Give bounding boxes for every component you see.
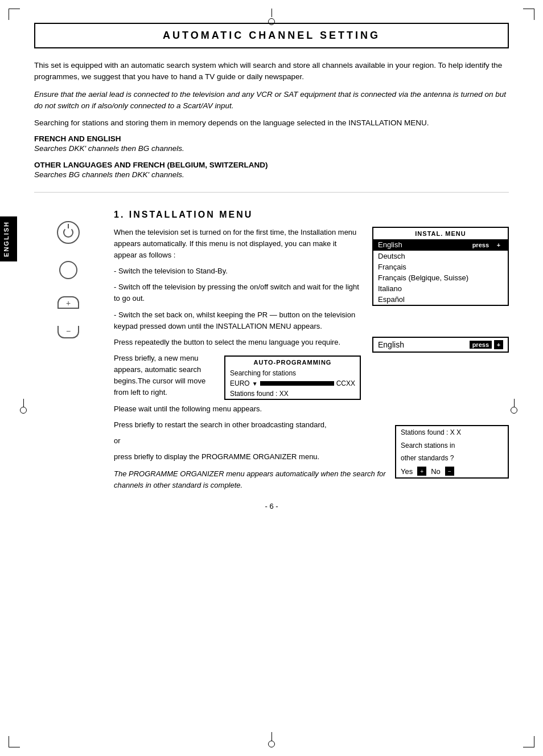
stations-no-label: No	[431, 467, 441, 476]
intro-paragraph3: Searching for stations and storing them …	[34, 117, 509, 129]
section1-title: 1. INSTALLATION MENU	[114, 210, 509, 220]
stations-row1: Stations found : X X	[396, 426, 508, 439]
stations-yes-no-row: Yes + No −	[396, 465, 508, 477]
ok-button-icon	[59, 261, 77, 279]
english-press-box: English press +	[372, 337, 509, 353]
section1-text7: Please wait until the following menu app…	[114, 403, 509, 415]
stations-found-box: Stations found : X X Search stations in …	[395, 425, 509, 479]
instal-menu-row-italiano: Italiano	[373, 283, 508, 294]
instal-menu-row-francais: Français	[373, 261, 508, 272]
top-center-mark	[268, 9, 275, 25]
right-cross-mark	[511, 399, 517, 414]
power-button-icon	[57, 221, 80, 244]
corner-mark-tl	[9, 9, 20, 20]
instal-menu-francais-be-label: Français (Belgique, Suisse)	[378, 273, 468, 282]
english-press-label: English	[378, 340, 404, 349]
ok-button-group	[59, 261, 77, 279]
bottom-center-mark	[268, 732, 275, 747]
page-title: AUTOMATIC CHANNEL SETTING	[47, 30, 496, 42]
corner-mark-tr	[523, 9, 534, 20]
remote-column	[34, 210, 102, 491]
power-button-group	[57, 221, 80, 244]
auto-prog-searching-label: Searching for stations	[230, 369, 296, 377]
section1-text4: - Switch the set back on, whilst keeping…	[114, 309, 509, 332]
instal-menu-english-label: English	[378, 240, 402, 249]
auto-prog-box: AUTO-PROGRAMMING Searching for stations …	[224, 355, 361, 400]
plus-button-group	[57, 296, 79, 309]
instal-menu-espanol-label: Español	[378, 295, 405, 304]
heading-french-english: FRENCH AND ENGLISH	[34, 134, 509, 143]
english-press-action: press	[470, 341, 492, 349]
stations-yes-label: Yes	[401, 467, 413, 476]
intro-paragraph1: This set is equipped with an automatic s…	[34, 60, 509, 83]
page-title-box: AUTOMATIC CHANNEL SETTING	[34, 23, 509, 48]
instal-menu-row-espanol: Español	[373, 294, 508, 305]
instal-menu-row-deutsch: Deutsch	[373, 251, 508, 261]
instal-menu-press-label: press	[470, 241, 492, 249]
english-press-plus: +	[494, 340, 503, 349]
lower-section: 1. INSTALLATION MENU INSTAL. MENU Englis…	[34, 210, 509, 491]
stations-no-btn: −	[445, 467, 454, 476]
intro-paragraph2: Ensure that the aerial lead is connected…	[34, 89, 509, 112]
auto-prog-header: AUTO-PROGRAMMING	[225, 357, 360, 368]
auto-prog-euro-label: EURO	[230, 379, 250, 387]
minus-button-group	[57, 326, 79, 338]
page-number: - 6 -	[34, 502, 509, 510]
minus-button-icon	[57, 326, 79, 338]
stations-row3: other standards ?	[396, 452, 508, 465]
auto-prog-arrow: ▼	[252, 381, 258, 387]
instal-menu-italiano-label: Italiano	[378, 284, 402, 293]
auto-prog-found-label: Stations found : XX	[230, 390, 289, 398]
section-divider	[34, 192, 509, 193]
subtext-other-languages: Searches BG channels then DKK' channels.	[34, 169, 509, 181]
heading-other-languages: OTHER LANGUAGES AND FRENCH (BELGIUM, SWI…	[34, 161, 509, 169]
auto-prog-searching: Searching for stations	[225, 368, 360, 378]
stations-yes-btn: +	[417, 467, 426, 476]
corner-mark-br	[523, 736, 534, 747]
subtext-french-english: Searches DKK' channels then BG channels.	[34, 143, 509, 154]
auto-prog-found-row: Stations found : XX	[225, 389, 360, 399]
instal-menu-row-english: English press +	[373, 239, 508, 251]
instal-menu-box: INSTAL. MENU English press + Deutsch Fra…	[372, 227, 509, 306]
instal-menu-row-francais-be: Français (Belgique, Suisse)	[373, 272, 508, 283]
power-line	[68, 224, 69, 228]
instal-menu-francais-label: Français	[378, 263, 406, 271]
stations-row2: Search stations in	[396, 439, 508, 452]
corner-mark-bl	[9, 736, 20, 747]
instal-menu-header: INSTAL. MENU	[373, 228, 508, 239]
english-sidebar-label: ENGLISH	[0, 216, 17, 261]
auto-prog-progress-row: EURO ▼ CCXX	[225, 378, 360, 389]
left-cross-mark	[20, 399, 27, 414]
content-column: 1. INSTALLATION MENU INSTAL. MENU Englis…	[114, 210, 509, 491]
auto-prog-ccxx-label: CCXX	[336, 379, 355, 387]
instal-menu-plus-btn: +	[494, 240, 503, 250]
plus-button-icon	[57, 296, 79, 309]
instal-menu-deutsch-label: Deutsch	[378, 252, 405, 260]
auto-prog-progress-bar	[260, 381, 334, 386]
